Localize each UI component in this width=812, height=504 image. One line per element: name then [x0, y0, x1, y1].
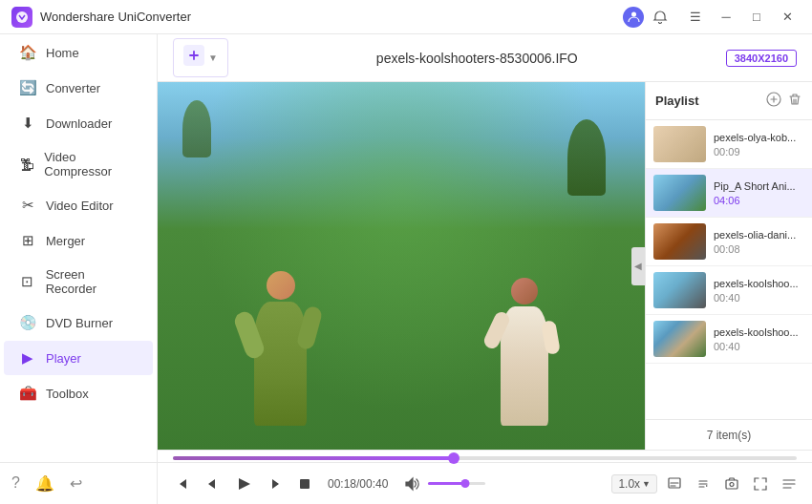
sidebar-icon-video-editor: ✂ — [19, 197, 36, 214]
file-title: pexels-koolshooters-8530006.IFO — [240, 51, 715, 66]
close-button[interactable]: ✕ — [774, 7, 801, 28]
minimize-button[interactable]: ─ — [713, 7, 739, 28]
playlist-item-duration: 04:06 — [714, 195, 804, 206]
titlebar-right-icons — [623, 7, 671, 28]
sidebar-icon-home: 🏠 — [19, 44, 36, 61]
window-controls: ☰ ─ □ ✕ — [682, 7, 801, 28]
sidebar-item-converter[interactable]: 🔄Converter — [4, 71, 153, 105]
time-display: 00:18/00:40 — [328, 477, 388, 491]
delete-playlist-icon[interactable] — [787, 92, 802, 110]
speed-dropdown-icon: ▼ — [642, 479, 651, 489]
progress-fill — [173, 456, 454, 460]
sidebar-label-video-compressor: Video Compressor — [44, 150, 138, 178]
sidebar-label-dvd-burner: DVD Burner — [46, 316, 113, 330]
svg-point-1 — [631, 12, 636, 17]
fullscreen-button[interactable] — [749, 473, 772, 494]
playlist-item-duration: 00:40 — [714, 341, 804, 352]
subtitle-button[interactable] — [663, 473, 686, 494]
volume-fill — [428, 482, 465, 485]
play-button[interactable] — [230, 472, 257, 496]
stop-button[interactable] — [293, 473, 316, 494]
svg-point-0 — [16, 11, 28, 23]
sidebar-item-video-editor[interactable]: ✂Video Editor — [4, 188, 153, 222]
playlist-thumbnail — [653, 175, 706, 211]
prev-frame-button[interactable] — [200, 472, 224, 495]
playlist-item[interactable]: pexels-koolshoo... 00:40 — [646, 266, 812, 315]
skip-back-button[interactable] — [169, 472, 194, 495]
sidebar-icon-player: ▶ — [19, 349, 36, 367]
playlist-header: Playlist — [646, 82, 812, 120]
sidebar-item-merger[interactable]: ⊞Merger — [4, 223, 153, 258]
player-area: ◀ Playlist — [158, 82, 812, 450]
notification-icon[interactable] — [650, 7, 671, 28]
sidebar-item-dvd-burner[interactable]: 💿DVD Burner — [4, 305, 153, 340]
playlist-item-info: pexels-koolshoo... 00:40 — [714, 326, 804, 352]
playlist-item-name: pexels-koolshoo... — [714, 326, 804, 339]
volume-slider[interactable] — [428, 482, 485, 485]
audio-track-button[interactable] — [692, 473, 715, 494]
sidebar-label-player: Player — [46, 351, 81, 366]
playlist-item-info: pexels-koolshoo... 00:40 — [714, 277, 804, 304]
sidebar-item-home[interactable]: 🏠Home — [4, 35, 153, 70]
sidebar-item-player[interactable]: ▶Player — [4, 341, 153, 375]
svg-rect-6 — [726, 480, 737, 489]
video-frame — [158, 82, 645, 450]
playlist-item-duration: 00:08 — [714, 243, 804, 255]
sidebar-item-toolbox[interactable]: 🧰Toolbox — [4, 376, 153, 410]
main-layout: 🏠Home🔄Converter⬇Downloader🗜Video Compres… — [0, 34, 812, 504]
sidebar-item-downloader[interactable]: ⬇Downloader — [4, 106, 153, 140]
menu-icon[interactable]: ☰ — [682, 7, 709, 28]
playlist-item[interactable]: Pip_A Short Ani... 04:06 — [646, 169, 812, 218]
playlist-thumbnail — [653, 223, 706, 260]
collapse-panel-button[interactable]: ◀ — [631, 247, 645, 285]
playlist-item-info: Pip_A Short Ani... 04:06 — [714, 179, 804, 206]
playlist-item-name: pexels-koolshoo... — [714, 277, 804, 290]
sidebar-icon-dvd-burner: 💿 — [19, 314, 36, 331]
playlist-item[interactable]: pexels-olya-kob... 00:09 — [646, 120, 812, 169]
progress-track[interactable] — [173, 456, 797, 460]
add-to-playlist-icon[interactable] — [766, 92, 781, 110]
sidebar-label-merger: Merger — [46, 234, 85, 248]
add-media-button[interactable]: ▼ — [173, 38, 228, 77]
sidebar-nav: 🏠Home🔄Converter⬇Downloader🗜Video Compres… — [0, 34, 157, 411]
sidebar-footer: ? 🔔 ↩ — [0, 462, 157, 504]
sidebar-item-video-compressor[interactable]: 🗜Video Compressor — [4, 141, 153, 187]
content-area: ▼ pexels-koolshooters-8530006.IFO 3840X2… — [158, 34, 812, 504]
app-title: Wondershare UniConverter — [40, 10, 623, 24]
user-avatar-icon[interactable] — [623, 7, 644, 28]
volume-thumb[interactable] — [461, 479, 470, 488]
playlist-toggle-button[interactable] — [778, 473, 801, 494]
next-frame-button[interactable] — [263, 472, 288, 495]
progress-thumb[interactable] — [448, 452, 459, 464]
playlist-item-name: pexels-olya-kob... — [714, 131, 804, 144]
sidebar-label-home: Home — [46, 46, 79, 60]
screenshot-button[interactable] — [720, 473, 743, 494]
sidebar-label-downloader: Downloader — [46, 116, 112, 131]
playlist-item[interactable]: pexels-koolshoo... 00:40 — [646, 315, 812, 364]
playlist-item-duration: 00:09 — [714, 146, 804, 158]
sidebar-label-toolbox: Toolbox — [46, 387, 89, 401]
playlist-thumbnail — [653, 126, 706, 162]
volume-area — [399, 472, 485, 495]
speed-button[interactable]: 1.0x ▼ — [611, 474, 657, 494]
help-icon[interactable]: ? — [8, 471, 24, 496]
maximize-button[interactable]: □ — [743, 7, 770, 28]
playlist-item-info: pexels-olya-kob... 00:09 — [714, 131, 804, 158]
playlist-title: Playlist — [655, 94, 699, 108]
bell-icon[interactable]: 🔔 — [32, 471, 58, 496]
svg-rect-4 — [300, 479, 310, 489]
feedback-icon[interactable]: ↩ — [66, 471, 86, 496]
sidebar-item-screen-recorder[interactable]: ⊡Screen Recorder — [4, 259, 153, 304]
sidebar-icon-screen-recorder: ⊡ — [19, 273, 36, 290]
playlist-panel: Playlist — [645, 82, 812, 450]
speed-value: 1.0x — [618, 477, 640, 491]
playlist-item[interactable]: pexels-olia-dani... 00:08 — [646, 218, 812, 266]
playlist-thumbnail — [653, 272, 706, 308]
sidebar-label-video-editor: Video Editor — [46, 199, 114, 213]
sidebar-icon-downloader: ⬇ — [19, 115, 36, 132]
svg-point-7 — [730, 482, 734, 486]
titlebar: Wondershare UniConverter ☰ ─ □ ✕ — [0, 0, 812, 34]
video-container[interactable]: ◀ — [158, 82, 645, 450]
volume-icon[interactable] — [399, 472, 424, 495]
sidebar-icon-converter: 🔄 — [19, 79, 36, 96]
